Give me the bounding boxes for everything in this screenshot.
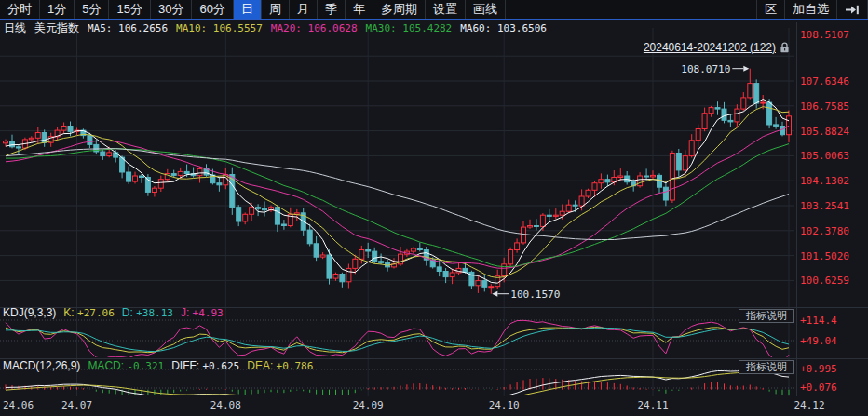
- macd-macd-label: MACD:: [88, 359, 124, 372]
- candle: [534, 219, 538, 230]
- period-label: 日线: [4, 20, 26, 36]
- toolbar-tab[interactable]: 周: [262, 0, 290, 19]
- candle: [48, 133, 53, 147]
- x-axis-label: 24.10: [489, 399, 520, 411]
- toolbar-tab[interactable]: 15分: [109, 0, 150, 19]
- kdj-axis-label: +114.4: [800, 315, 837, 327]
- candle: [644, 168, 649, 180]
- price-chart[interactable]: 108.5107107.6346106.7585105.8824105.0063…: [0, 0, 868, 416]
- kdj-k-label: K:: [63, 306, 74, 319]
- candle: [702, 108, 707, 132]
- x-axis-label: 24.07: [61, 399, 92, 411]
- candle: [243, 212, 248, 224]
- ma-readout: MA10: 106.5557: [176, 22, 263, 34]
- candle: [217, 177, 222, 192]
- range-annotation[interactable]: 20240614-20241202 (122): [644, 41, 790, 54]
- candles: [4, 69, 792, 294]
- candle: [509, 248, 513, 266]
- candle: [741, 92, 746, 111]
- toolbar-tab[interactable]: 多周期: [373, 0, 426, 19]
- candle: [346, 264, 351, 289]
- candle: [522, 221, 526, 244]
- candle: [663, 182, 668, 206]
- toolbar-tab[interactable]: 30分: [151, 0, 192, 19]
- x-axis-label: 24.08: [210, 399, 241, 411]
- candle: [476, 275, 481, 293]
- candle: [599, 173, 604, 188]
- kdj-j-readout: J: +4.93: [181, 306, 224, 319]
- price-axis-label: 105.0063: [800, 150, 849, 162]
- toolbar-tab[interactable]: 1分: [40, 0, 75, 19]
- candle: [158, 176, 163, 192]
- collapse-right-icon: [845, 5, 860, 15]
- candle: [696, 125, 700, 148]
- price-axis-label: 101.5020: [800, 250, 849, 262]
- range-annotation-label: 20240614-20241202 (122): [644, 41, 776, 54]
- price-axis-label: 105.8824: [800, 126, 849, 138]
- macd-help-button[interactable]: 指标说明: [739, 360, 794, 374]
- candle: [489, 284, 494, 294]
- pane-separators: [0, 22, 868, 396]
- candle: [553, 208, 558, 219]
- candle: [275, 205, 279, 232]
- chart-annotations: 108.0710100.1570: [492, 63, 749, 301]
- candle: [469, 271, 474, 289]
- toolbar: 分时1分5分15分30分60分日周月季年多周期设置画线 区 加自选: [0, 0, 868, 20]
- candle: [263, 201, 267, 216]
- candle: [127, 167, 131, 184]
- candle: [515, 238, 520, 252]
- kdj-help-button[interactable]: 指标说明: [739, 309, 794, 323]
- period-tabs: 分时1分5分15分30分60分日周月季年多周期设置画线: [0, 0, 506, 19]
- candle: [288, 208, 292, 228]
- candle: [528, 220, 533, 229]
- candle: [320, 252, 325, 259]
- kdj-j-label: J:: [181, 306, 189, 319]
- info-row: 日线 美元指数 MA5: 106.2656MA10: 106.5557MA20:…: [4, 21, 547, 35]
- toolbar-tab[interactable]: 日: [234, 0, 262, 19]
- toolbar-tab[interactable]: 年: [346, 0, 373, 19]
- macd-title: MACD(12,26,9): [3, 359, 80, 372]
- kdj-d-value: +38.13: [136, 307, 173, 319]
- candle: [586, 189, 590, 198]
- toolbar-tab[interactable]: 设置: [426, 0, 466, 19]
- x-axis-label: 24.12: [793, 399, 824, 411]
- candle: [547, 209, 551, 222]
- region-button[interactable]: 区: [756, 0, 785, 19]
- x-axis-label: 24.09: [353, 399, 384, 411]
- candle: [55, 127, 60, 141]
- candle: [748, 69, 753, 100]
- kdj-k-value: +27.06: [77, 307, 115, 319]
- toolbar-tab[interactable]: 分时: [0, 0, 40, 19]
- candle: [709, 106, 713, 117]
- collapse-right-button[interactable]: [837, 0, 868, 19]
- candle: [281, 220, 286, 230]
- candle: [237, 205, 241, 226]
- candle: [417, 243, 422, 252]
- ma-readouts: MA5: 106.2656MA10: 106.5557MA20: 106.062…: [88, 22, 547, 34]
- candle: [29, 136, 34, 142]
- macd-macd-readout: MACD: -0.321: [88, 359, 164, 372]
- candle: [314, 236, 319, 261]
- kdj-k-readout: K: +27.06: [63, 306, 114, 319]
- candle: [735, 104, 739, 127]
- x-axis-labels: 24.0624.0724.0824.0924.1024.1124.12: [3, 399, 825, 411]
- kdj-j-line: [6, 320, 789, 362]
- toolbar-tab[interactable]: 画线: [466, 0, 506, 19]
- candle: [722, 102, 726, 124]
- price-axis-label: 108.5107: [800, 29, 849, 41]
- kdj-pane: [6, 320, 789, 362]
- toolbar-tab[interactable]: 季: [318, 0, 346, 19]
- kdj-d-label: D:: [122, 306, 133, 319]
- candle: [456, 262, 461, 275]
- candle: [399, 247, 403, 266]
- toolbar-tab[interactable]: 60分: [192, 0, 233, 19]
- add-watchlist-button[interactable]: 加自选: [785, 0, 837, 19]
- candle: [658, 173, 662, 193]
- high-annotation: 108.0710: [681, 63, 730, 75]
- ma-readout: MA30: 105.4282: [366, 22, 453, 34]
- toolbar-tab[interactable]: 月: [290, 0, 318, 19]
- candle: [689, 134, 694, 157]
- toolbar-tab[interactable]: 5分: [75, 0, 109, 19]
- price-gridlines: [0, 56, 794, 280]
- candle: [373, 248, 377, 264]
